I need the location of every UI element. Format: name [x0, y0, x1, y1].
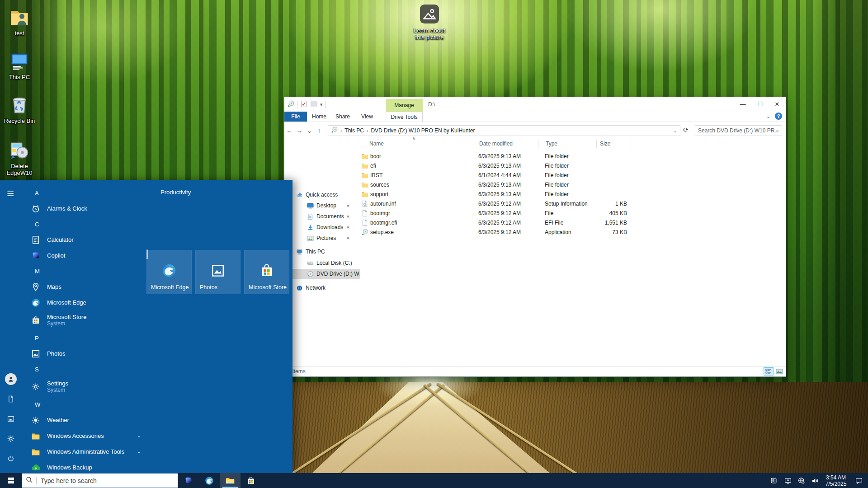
nav-item-pictures[interactable]: Pictures✦	[284, 233, 360, 243]
file-row-support[interactable]: support 6/3/2025 9:13 AM File folder	[360, 190, 781, 199]
details-view-button[interactable]	[764, 368, 773, 375]
start-section-header-c[interactable]: C	[22, 216, 147, 232]
taskbar-app-edge[interactable]	[199, 473, 220, 488]
start-app-microsoft-edge[interactable]: Microsoft Edge	[22, 295, 147, 310]
recent-locations-icon[interactable]: ⌄	[304, 127, 314, 134]
breadcrumb[interactable]: › This PC › DVD Drive (D:) W10 PRO EN by…	[328, 125, 680, 136]
file-row-bootmgr-efi[interactable]: bootmgr.efi 6/3/2025 9:12 AM EFI File 1,…	[360, 218, 781, 228]
tab-file[interactable]: File	[284, 112, 307, 122]
nav-item-documents[interactable]: Documents✦	[284, 211, 360, 221]
start-app-calculator[interactable]: Calculator	[22, 232, 147, 248]
power-icon[interactable]	[0, 449, 22, 469]
start-app-windows-accessories[interactable]: Windows Accessories⌄	[22, 428, 147, 444]
start-app-alarms-clock[interactable]: Alarms & Clock	[22, 201, 147, 216]
taskbar-app-copilot[interactable]	[178, 473, 199, 488]
column-header-name[interactable]: Name	[369, 141, 384, 147]
nav-item-local-disk-c-[interactable]: Local Disk (C:)	[284, 258, 360, 268]
tab-share[interactable]: Share	[331, 112, 354, 122]
file-row-setup-exe[interactable]: setup.exe 6/3/2025 9:12 AM Application 7…	[360, 228, 781, 237]
start-app-photos[interactable]: Photos	[22, 346, 147, 361]
start-app-windows-backup[interactable]: Windows Backup	[22, 460, 147, 473]
start-app-maps[interactable]: Maps	[22, 279, 147, 295]
taskbar-app-explorer[interactable]	[220, 473, 241, 488]
downloads-icon	[307, 224, 314, 231]
back-icon[interactable]: ←	[284, 127, 294, 134]
nav-item-this-pc[interactable]: This PC	[284, 247, 360, 257]
column-header-type[interactable]: Type	[546, 141, 557, 147]
explorer-titlebar[interactable]: ▾ Manage D:\ — ☐ ✕	[284, 97, 786, 112]
breadcrumb-this-pc[interactable]: This PC	[344, 127, 364, 134]
taskbar-clock[interactable]: 3:54 AM 7/5/2025	[822, 474, 850, 487]
tab-drive-tools[interactable]: Drive Tools	[386, 112, 423, 122]
breadcrumb-current[interactable]: DVD Drive (D:) W10 PRO EN by KulHunter	[371, 127, 475, 134]
pin-icon: ✦	[344, 213, 352, 220]
pictures-icon[interactable]	[0, 409, 22, 429]
desktop-icon-recycle-bin[interactable]: Recycle Bin	[0, 96, 39, 124]
tile-microsoft-edge[interactable]: Microsoft Edge	[146, 250, 192, 294]
nav-item-desktop[interactable]: Desktop✦	[284, 201, 360, 211]
column-header-size[interactable]: Size	[600, 141, 610, 147]
large-icons-view-button[interactable]	[775, 368, 784, 375]
maximize-button[interactable]: ☐	[751, 97, 769, 111]
taskbar-search-input[interactable]: Type here to search	[22, 473, 178, 488]
start-section-header-m[interactable]: M	[22, 263, 147, 279]
tile-photos[interactable]: Photos	[195, 250, 241, 294]
action-center-icon[interactable]	[850, 473, 868, 488]
start-section-header-p[interactable]: P	[22, 330, 147, 346]
properties-check-icon[interactable]	[300, 100, 307, 109]
refresh-icon[interactable]: ⟳	[683, 126, 689, 133]
forward-icon[interactable]: →	[294, 127, 304, 134]
file-row-sources[interactable]: sources 6/3/2025 9:13 AM File folder	[360, 180, 781, 190]
column-header-date[interactable]: Date modified	[479, 141, 513, 147]
tab-home[interactable]: Home	[309, 112, 330, 122]
cast-icon[interactable]	[781, 473, 795, 488]
nav-item-dvd-drive-d-w10[interactable]: DVD Drive (D:) W10	[284, 269, 360, 279]
customize-dropdown-icon[interactable]: ▾	[320, 102, 323, 108]
help-icon[interactable]: ?	[775, 113, 782, 120]
start-section-header-a[interactable]: A	[22, 185, 147, 201]
close-button[interactable]: ✕	[769, 97, 786, 111]
start-app-microsoft-store[interactable]: Microsoft StoreSystem	[22, 310, 147, 330]
start-section-header-s[interactable]: S	[22, 361, 147, 377]
chevron-down-icon[interactable]: ⌄	[137, 433, 141, 439]
start-section-header-w[interactable]: W	[22, 397, 147, 412]
nav-item-quick-access[interactable]: Quick access	[284, 190, 360, 200]
taskbar-app-store[interactable]	[241, 473, 261, 488]
new-folder-icon[interactable]	[310, 100, 317, 109]
nav-item-downloads[interactable]: Downloads✦	[284, 222, 360, 232]
tile-group-header[interactable]: Productivity	[160, 189, 191, 196]
drive-icon[interactable]	[287, 100, 294, 109]
nav-item-network[interactable]: Network	[284, 283, 360, 293]
minimize-button[interactable]: —	[734, 97, 751, 111]
desktop-icon-delete[interactable]: DeleteEdgeW10	[0, 141, 39, 176]
ribbon-collapse-icon[interactable]: ⌄	[766, 113, 770, 119]
file-row-irst[interactable]: IRST 6/1/2024 4:44 AM File folder	[360, 171, 781, 180]
start-app-weather[interactable]: Weather	[22, 412, 147, 428]
desktop-icon-this-pc[interactable]: This PC	[0, 52, 39, 80]
globe-no-internet-icon[interactable]	[795, 473, 808, 488]
settings-gear-icon[interactable]	[0, 429, 22, 449]
user-avatar[interactable]	[0, 369, 22, 389]
file-row-boot[interactable]: boot 6/3/2025 9:13 AM File folder	[360, 152, 781, 161]
start-app-copilot[interactable]: Copilot	[22, 248, 147, 263]
folder-icon	[361, 172, 368, 179]
chevron-down-icon[interactable]: ⌄	[137, 449, 141, 455]
file-row-bootmgr[interactable]: bootmgr 6/3/2025 9:12 AM File 405 KB	[360, 209, 781, 218]
tile-microsoft-store[interactable]: Microsoft Store	[244, 250, 289, 294]
desktop-icon-test[interactable]: test	[0, 8, 39, 37]
volume-icon[interactable]	[808, 473, 822, 488]
search-box[interactable]: Search DVD Drive (D:) W10 PR... ⌕	[695, 125, 782, 136]
manage-contextual-tab[interactable]: Manage	[386, 99, 423, 112]
news-icon[interactable]	[768, 473, 781, 488]
start-button[interactable]	[0, 473, 22, 488]
up-icon[interactable]: ↑	[314, 127, 324, 134]
start-app-settings[interactable]: SettingsSystem	[22, 377, 147, 397]
file-row-autorun-inf[interactable]: autorun.inf 6/3/2025 9:12 AM Setup Infor…	[360, 199, 781, 209]
file-row-efi[interactable]: efi 6/3/2025 9:13 AM File folder	[360, 161, 781, 171]
tab-view[interactable]: View	[357, 112, 377, 122]
hamburger-menu-icon[interactable]	[0, 183, 22, 203]
documents-icon[interactable]	[0, 389, 22, 409]
desktop-icon-learn-about[interactable]: Learn aboutthis picture	[410, 4, 449, 41]
address-dropdown-icon[interactable]: ⌄	[674, 128, 677, 133]
start-app-windows-administrative-tools[interactable]: Windows Administrative Tools⌄	[22, 444, 147, 460]
